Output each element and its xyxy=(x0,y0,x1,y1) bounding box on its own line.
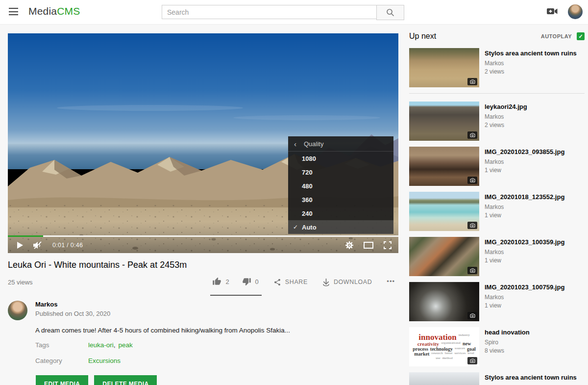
camera-icon xyxy=(470,79,475,84)
quality-option-240[interactable]: 240 xyxy=(288,206,393,220)
video-player[interactable]: ‹ Quality 1080720480360240✓Auto 0:01 / 0… xyxy=(8,33,398,253)
download-icon xyxy=(322,278,330,286)
up-next-item-views: 1 view xyxy=(485,212,564,219)
publish-date: Published on Oct 30, 2020 xyxy=(35,310,110,317)
delete-media-button[interactable]: DELETE MEDIA xyxy=(94,375,157,385)
up-next-item-author[interactable]: Markos xyxy=(485,204,564,210)
up-next-item-title[interactable]: IMG_20201023_100759.jpg xyxy=(485,283,564,291)
up-next-item-views: 1 view xyxy=(485,302,564,309)
play-button[interactable] xyxy=(17,242,23,249)
gear-icon xyxy=(345,241,353,249)
download-label: DOWNLOAD xyxy=(334,279,372,285)
up-next-item-author[interactable]: Markos xyxy=(485,60,577,67)
camera-icon xyxy=(470,268,475,273)
upload-media-icon[interactable] xyxy=(547,7,558,15)
up-next-item-author[interactable]: Markos xyxy=(485,249,564,256)
dislike-button[interactable]: 0 xyxy=(242,277,259,286)
theater-mode-icon xyxy=(364,242,373,249)
up-next-item-title[interactable]: head inovation xyxy=(485,328,530,336)
share-button[interactable]: SHARE xyxy=(273,278,308,286)
user-avatar[interactable] xyxy=(568,4,583,19)
camera-icon xyxy=(470,223,475,228)
quality-option-1080[interactable]: 1080 xyxy=(288,152,393,165)
up-next-item-title[interactable]: IMG_20201023_100359.jpg xyxy=(485,238,564,246)
up-next-item-author[interactable]: Markos xyxy=(485,113,527,120)
up-next-item-title[interactable]: Stylos area ancient town ruins xyxy=(485,373,577,382)
up-next-list: Stylos area ancient town ruinsMarkos2 vi… xyxy=(409,48,585,385)
author-row: Markos Published on Oct 30, 2020 xyxy=(8,301,110,320)
quality-option-480[interactable]: 480 xyxy=(288,179,393,193)
quality-option-auto[interactable]: ✓Auto xyxy=(288,220,393,234)
meta-row: 25 views 2 0 SHARE xyxy=(8,277,395,287)
camera-icon xyxy=(470,359,475,363)
wordcloud-word: method xyxy=(442,357,453,360)
wordcloud-word: technology xyxy=(430,347,453,351)
category-link[interactable]: Excursions xyxy=(88,357,121,364)
media-thumbnail[interactable] xyxy=(409,192,479,231)
wordcloud-word: better xyxy=(445,352,453,356)
media-thumbnail[interactable] xyxy=(409,102,479,141)
like-button[interactable]: 2 xyxy=(212,277,229,286)
check-icon: ✓ xyxy=(293,224,298,231)
like-count: 2 xyxy=(225,278,229,285)
up-next-item-author[interactable]: Spiro xyxy=(485,339,530,346)
quality-menu-back[interactable]: ‹ Quality xyxy=(288,136,393,152)
up-next-item[interactable]: IMG_20201023_093855.jpgMarkos1 view xyxy=(409,147,585,186)
media-thumbnail[interactable]: innovationindustrycreativityorganization… xyxy=(409,327,479,366)
autoplay-checkbox[interactable]: ✓ xyxy=(577,32,585,40)
author-avatar[interactable] xyxy=(8,301,27,320)
search-icon xyxy=(386,8,394,17)
edit-media-button[interactable]: EDIT MEDIA xyxy=(36,375,88,385)
quality-option-720[interactable]: 720 xyxy=(288,165,393,179)
up-next-title: Up next xyxy=(409,32,436,41)
up-next-item-title[interactable]: IMG_20201023_093855.jpg xyxy=(485,148,564,156)
more-options-button[interactable]: ••• xyxy=(387,278,395,287)
media-thumbnail[interactable] xyxy=(409,372,479,385)
search-button[interactable] xyxy=(376,5,404,20)
up-next-item-author[interactable]: Markos xyxy=(485,158,564,165)
up-next-item-title[interactable]: leykaori24.jpg xyxy=(485,103,527,111)
wordcloud-word: industry xyxy=(459,334,470,341)
wordcloud-word: innovation xyxy=(418,334,456,341)
up-next-item-title[interactable]: IMG_20201018_123552.jpg xyxy=(485,193,564,201)
tag-link[interactable]: peak xyxy=(119,341,133,349)
media-thumbnail[interactable] xyxy=(409,282,479,321)
up-next-item[interactable]: leykaori24.jpgMarkos2 views xyxy=(409,102,585,141)
up-next-item-title[interactable]: Stylos area ancient town ruins xyxy=(485,49,577,57)
up-next-item[interactable]: IMG_20201023_100359.jpgMarkos1 view xyxy=(409,237,585,276)
wordcloud-word: goal xyxy=(467,347,476,351)
image-type-badge xyxy=(467,312,477,319)
up-next-item[interactable]: IMG_20201018_123552.jpgMarkos1 view xyxy=(409,192,585,231)
image-type-badge xyxy=(467,222,477,229)
category-label: Category xyxy=(35,357,88,364)
theater-mode-button[interactable] xyxy=(364,242,373,249)
image-type-badge xyxy=(467,177,477,184)
search-input[interactable] xyxy=(162,5,376,19)
menu-icon[interactable] xyxy=(9,8,18,15)
author-name[interactable]: Markos xyxy=(35,301,110,308)
settings-button[interactable] xyxy=(345,241,353,249)
up-next-item[interactable]: Stylos area ancient town ruinsMarkos2 vi… xyxy=(409,48,585,87)
download-button[interactable]: DOWNLOAD xyxy=(322,278,372,286)
media-thumbnail[interactable] xyxy=(409,147,479,186)
quality-option-360[interactable]: 360 xyxy=(288,193,393,206)
media-thumbnail[interactable] xyxy=(409,48,479,87)
up-next-item[interactable]: IMG_20201023_100759.jpgMarkos1 view xyxy=(409,282,585,321)
image-type-badge xyxy=(467,357,477,364)
mute-button[interactable] xyxy=(33,241,43,249)
tag-link[interactable]: leuka-ori xyxy=(88,341,114,349)
app-logo[interactable]: MediaCMS xyxy=(28,5,80,17)
up-next-item-views: 1 view xyxy=(485,167,564,174)
up-next-item[interactable]: innovationindustrycreativityorganization… xyxy=(409,327,585,366)
rating-group: 2 0 xyxy=(212,277,258,287)
media-thumbnail[interactable] xyxy=(409,237,479,276)
quality-option-label: 720 xyxy=(302,169,313,176)
up-next-item[interactable]: Stylos area ancient town ruins xyxy=(409,372,585,385)
fullscreen-button[interactable] xyxy=(384,241,392,249)
up-next-item-author[interactable]: Markos xyxy=(485,294,564,301)
wordcloud-word: organizational xyxy=(441,341,461,346)
wordcloud-word: services xyxy=(455,352,466,356)
thumb-down-icon xyxy=(242,277,251,286)
tags-row: Tags leuka-ori,peak xyxy=(35,341,133,349)
up-next-sidebar: Up next AUTOPLAY ✓ Stylos area ancient t… xyxy=(409,30,585,385)
